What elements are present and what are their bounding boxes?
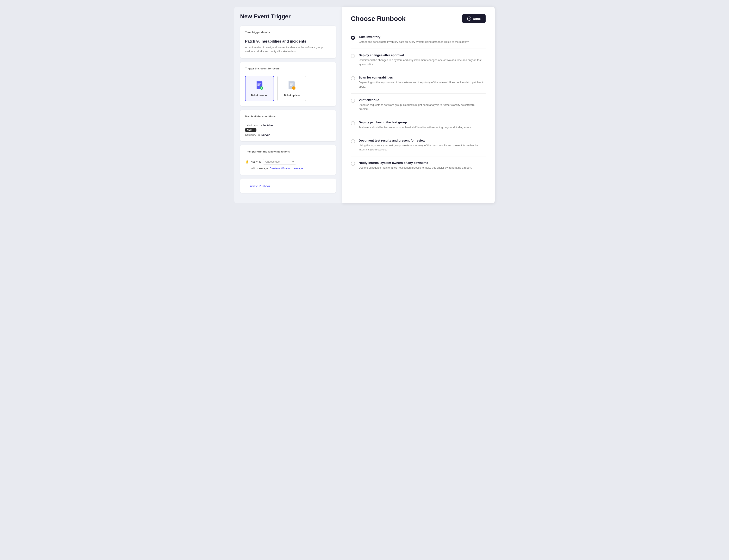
actions-section-label: Then perform the following actions: [245, 150, 331, 155]
trigger-desc: An automation to assign all server incid…: [245, 45, 331, 53]
condition-1-key: Ticket type: [245, 124, 258, 127]
runbook-name-6: Notify internal system owners of any dow…: [359, 161, 472, 164]
runbook-item-take-inventory[interactable]: Take inventory Gather and consolidate in…: [351, 31, 486, 49]
radio-outer-1: [351, 54, 355, 58]
with-message-label: With message: [251, 167, 268, 170]
with-message-row: With message Create notification message: [251, 167, 331, 170]
ticket-creation-icon: +: [255, 80, 264, 92]
initiate-runbook-card: ☰ Initiate Runbook: [240, 179, 336, 193]
notify-label: Notify: [251, 160, 257, 163]
trigger-options: + Ticket creation + Ticket up: [245, 76, 331, 101]
done-check-icon: ✓: [467, 17, 471, 21]
condition-row-1: Ticket type Is Incident: [245, 124, 331, 127]
runbook-content-6: Notify internal system owners of any dow…: [359, 161, 472, 170]
svg-rect-11: [290, 85, 292, 86]
trigger-option-ticket-creation[interactable]: + Ticket creation: [245, 76, 274, 101]
page-wrapper: New Event Trigger Time trigger details P…: [234, 7, 495, 203]
radio-outer-4: [351, 121, 355, 125]
radio-deploy-changes: [351, 54, 355, 66]
runbook-desc-1: Understand the changes to a system and o…: [359, 58, 486, 66]
svg-rect-10: [290, 84, 293, 85]
svg-rect-4: [257, 85, 260, 86]
runbook-item-vip-ticket[interactable]: VIP ticket rule Dispatch requests to sof…: [351, 94, 486, 116]
svg-rect-2: [257, 83, 261, 83]
runbook-list: Take inventory Gather and consolidate in…: [351, 31, 486, 175]
runbook-name-5: Document test results and present for re…: [359, 139, 486, 142]
svg-rect-3: [257, 84, 260, 85]
trigger-event-section-label: Trigger this event for every: [245, 67, 331, 72]
trigger-option-ticket-update[interactable]: + Ticket update: [277, 76, 306, 101]
list-icon: ☰: [245, 184, 248, 188]
radio-outer-selected: [351, 36, 355, 40]
notify-action-row: 🔔 Notify to Choose user: [245, 159, 331, 165]
right-panel: Choose Runbook ✓ Done Take inventory Gat…: [342, 7, 495, 203]
radio-deploy-patches: [351, 121, 355, 129]
radio-outer-3: [351, 99, 355, 103]
runbook-content-2: Scan for vulnerabilities Depending on th…: [359, 76, 486, 89]
condition-2-key: Category: [245, 133, 256, 136]
ticket-creation-label: Ticket creation: [251, 94, 268, 97]
runbook-content-1: Deploy changes after approval Understand…: [359, 53, 486, 66]
runbook-content-4: Deploy patches to the test group Test us…: [359, 120, 472, 129]
runbook-name-2: Scan for vulnerabilities: [359, 76, 486, 79]
initiate-runbook-row[interactable]: ☰ Initiate Runbook: [245, 184, 331, 188]
initiate-runbook-label: Initiate Runbook: [249, 185, 270, 188]
runbook-desc-6: Use the scheduled maintenance notificati…: [359, 166, 472, 170]
runbook-desc-4: Test users should be technicians, or at …: [359, 125, 472, 129]
runbook-content-5: Document test results and present for re…: [359, 139, 486, 152]
radio-outer-6: [351, 162, 355, 166]
condition-row-2: Category Is Server: [245, 133, 331, 136]
to-label: to: [259, 160, 261, 163]
and-badge-row: AND: [245, 128, 331, 132]
runbook-item-deploy-changes[interactable]: Deploy changes after approval Understand…: [351, 49, 486, 71]
trigger-event-card: Trigger this event for every + Ticket cr…: [240, 62, 336, 106]
ticket-update-icon: +: [287, 80, 297, 92]
and-badge: AND: [245, 128, 256, 132]
trigger-title: Patch vulnerabilities and incidents: [245, 39, 331, 44]
conditions-card: Match all the conditions Ticket type Is …: [240, 110, 336, 141]
bell-icon: 🔔: [245, 160, 249, 164]
svg-text:+: +: [261, 87, 262, 89]
conditions-list: Ticket type Is Incident AND Category Is …: [245, 124, 331, 136]
done-label: Done: [473, 17, 481, 20]
runbook-item-notify-owners[interactable]: Notify internal system owners of any dow…: [351, 156, 486, 174]
radio-vip-ticket: [351, 99, 355, 111]
runbook-panel-title: Choose Runbook: [351, 15, 406, 23]
runbook-content-3: VIP ticket rule Dispatch requests to sof…: [359, 98, 486, 111]
runbook-desc-5: Using the logs from your test group, cre…: [359, 143, 486, 152]
runbook-desc-0: Gather and consolidate inventory data on…: [359, 40, 469, 44]
time-trigger-section-label: Time trigger details: [245, 31, 331, 36]
runbook-name-4: Deploy patches to the test group: [359, 120, 472, 124]
radio-outer-5: [351, 139, 355, 143]
runbook-content-take-inventory: Take inventory Gather and consolidate in…: [359, 35, 469, 44]
svg-text:+: +: [293, 87, 294, 89]
radio-inner: [352, 37, 354, 39]
runbook-name-3: VIP ticket rule: [359, 98, 486, 102]
left-panel: New Event Trigger Time trigger details P…: [234, 7, 342, 203]
actions-card: Then perform the following actions 🔔 Not…: [240, 145, 336, 175]
radio-notify-owners: [351, 162, 355, 170]
runbook-desc-2: Depending on the importance of the syste…: [359, 80, 486, 89]
radio-outer-2: [351, 76, 355, 80]
runbook-name-1: Deploy changes after approval: [359, 53, 486, 57]
runbook-item-deploy-patches[interactable]: Deploy patches to the test group Test us…: [351, 116, 486, 134]
runbook-header: Choose Runbook ✓ Done: [351, 14, 486, 23]
done-button[interactable]: ✓ Done: [462, 14, 486, 23]
runbook-item-document-results[interactable]: Document test results and present for re…: [351, 134, 486, 156]
condition-1-op: Is: [260, 124, 262, 127]
runbook-item-scan-vulnerabilities[interactable]: Scan for vulnerabilities Depending on th…: [351, 71, 486, 93]
radio-take-inventory: [351, 36, 355, 44]
runbook-desc-3: Dispatch requests to software group. Req…: [359, 103, 486, 111]
condition-2-op: Is: [258, 133, 260, 136]
conditions-section-label: Match all the conditions: [245, 115, 331, 120]
ticket-update-label: Ticket update: [284, 94, 300, 97]
time-trigger-card: Time trigger details Patch vulnerabiliti…: [240, 26, 336, 58]
page-title: New Event Trigger: [240, 13, 336, 20]
create-notification-link[interactable]: Create notification message: [269, 167, 303, 170]
svg-rect-9: [290, 83, 293, 83]
choose-user-select[interactable]: Choose user: [263, 159, 296, 165]
runbook-name-0: Take inventory: [359, 35, 469, 39]
condition-2-val: Server: [261, 133, 270, 136]
condition-1-val: Incident: [263, 124, 274, 127]
radio-document-results: [351, 139, 355, 152]
